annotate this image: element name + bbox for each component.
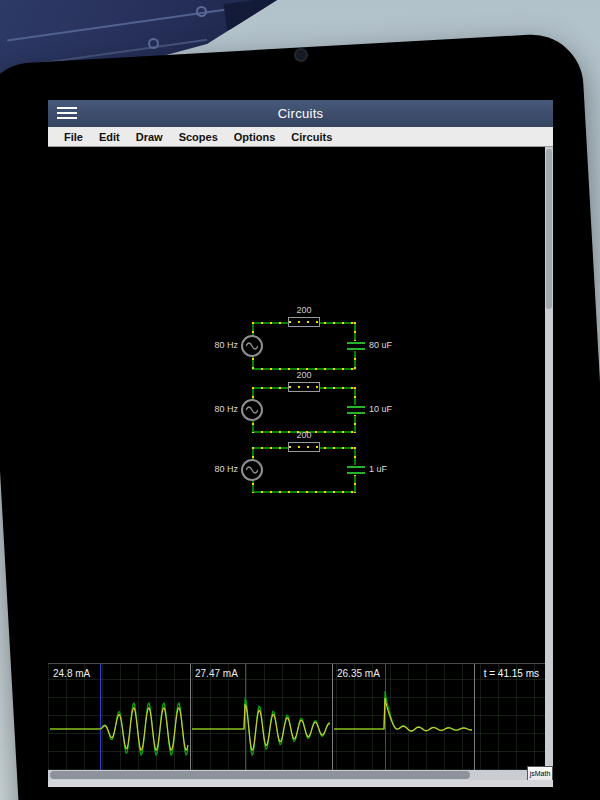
resistor[interactable] [288, 317, 320, 327]
resistor-value: 200 [272, 305, 336, 315]
ac-source-icon[interactable] [241, 399, 263, 421]
scope-reading-1: 24.8 mA [53, 668, 90, 679]
source-frequency: 80 Hz [214, 404, 238, 414]
oscilloscope-strip[interactable]: 24.8 mA 27.47 mA 26.35 mA t = 41.15 ms [48, 663, 545, 770]
source-frequency: 80 Hz [214, 464, 238, 474]
jsmath-button[interactable]: jsMath [527, 766, 553, 781]
circuit-canvas[interactable]: 200 80 Hz 80 uF 200 80 Hz [48, 147, 545, 770]
capacitor-value: 10 uF [369, 404, 392, 414]
menu-item-circuits[interactable]: Circuits [283, 131, 340, 143]
page-background: Circuits File Edit Draw Scopes Options C… [0, 0, 600, 800]
ac-source-icon[interactable] [241, 335, 263, 357]
menu-item-scopes[interactable]: Scopes [171, 131, 226, 143]
horizontal-scrollbar[interactable] [48, 770, 533, 780]
rc-circuit-1[interactable]: 200 80 Hz 80 uF [252, 322, 356, 370]
menu-item-options[interactable]: Options [226, 131, 284, 143]
capacitor[interactable] [347, 341, 365, 351]
scope-reading-3: 26.35 mA [337, 668, 380, 679]
wire-bottom[interactable] [252, 491, 356, 493]
scope-reading-2: 27.47 mA [195, 668, 238, 679]
capacitor-value: 80 uF [369, 340, 392, 350]
menu-item-draw[interactable]: Draw [128, 131, 171, 143]
menu-item-file[interactable]: File [56, 131, 91, 143]
capacitor-value: 1 uF [369, 464, 387, 474]
bottom-strip [48, 780, 553, 787]
simulation-time: t = 41.15 ms [484, 668, 539, 679]
tablet-screen: Circuits File Edit Draw Scopes Options C… [48, 100, 553, 787]
rc-circuit-3[interactable]: 200 80 Hz 1 uF [252, 447, 356, 493]
horizontal-scrollbar-thumb[interactable] [50, 771, 470, 779]
resistor[interactable] [288, 442, 320, 452]
menu-bar: File Edit Draw Scopes Options Circuits [48, 127, 553, 147]
tablet-camera-icon [294, 48, 308, 62]
resistor-value: 200 [272, 370, 336, 380]
ac-source-icon[interactable] [241, 459, 263, 481]
pcb-via [148, 38, 159, 49]
rc-circuit-2[interactable]: 200 80 Hz 10 uF [252, 387, 356, 433]
vertical-scrollbar[interactable] [545, 147, 553, 770]
menu-item-edit[interactable]: Edit [91, 131, 128, 143]
source-frequency: 80 Hz [214, 340, 238, 350]
pcb-chip [223, 0, 286, 30]
capacitor[interactable] [347, 405, 365, 415]
resistor[interactable] [288, 382, 320, 392]
vertical-scrollbar-thumb[interactable] [546, 149, 552, 309]
pcb-trace [7, 5, 255, 42]
resistor-value: 200 [272, 430, 336, 440]
scope-waveforms [48, 664, 545, 771]
pcb-via [196, 6, 207, 17]
app-title: Circuits [48, 106, 553, 121]
capacitor[interactable] [347, 465, 365, 475]
app-header: Circuits [48, 100, 553, 128]
